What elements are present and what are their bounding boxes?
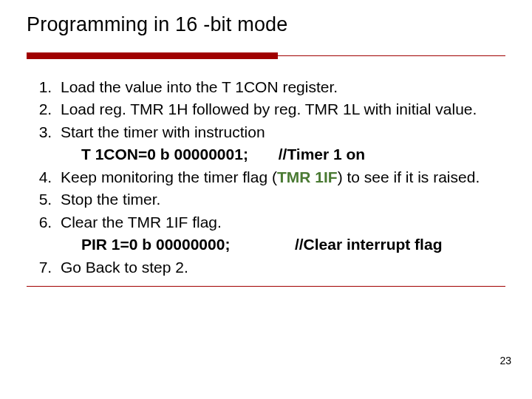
list-item: Stop the timer. — [56, 188, 501, 211]
slide: Programming in 16 -bit mode Load the val… — [0, 0, 532, 399]
code-line: PIR 1=0 b 00000000; //Clear interrupt fl… — [61, 233, 501, 256]
page-number: 23 — [499, 355, 511, 366]
step-text: Stop the timer. — [61, 191, 160, 208]
rule-thick — [27, 52, 278, 59]
bottom-rule — [27, 286, 505, 287]
step-text: Clear the TMR 1IF flag. — [61, 214, 222, 231]
step-text-b: ) to see if it is raised. — [338, 168, 480, 185]
code-text: PIR 1=0 b 00000000; — [81, 236, 230, 253]
flag-name: TMR 1IF — [277, 168, 338, 185]
step-text-a: Keep monitoring the timer flag ( — [61, 168, 277, 185]
steps-list: Load the value into the T 1CON register.… — [27, 76, 505, 279]
list-item: Clear the TMR 1IF flag. PIR 1=0 b 000000… — [56, 211, 501, 256]
step-text: Load the value into the T 1CON register. — [61, 78, 338, 95]
title-rule — [27, 52, 505, 60]
page-title: Programming in 16 -bit mode — [27, 13, 505, 36]
code-line: T 1CON=0 b 00000001; //Timer 1 on — [61, 143, 501, 166]
code-comment: //Timer 1 on — [279, 143, 365, 166]
list-item: Start the timer with instruction T 1CON=… — [56, 121, 501, 166]
code-comment: //Clear interrupt flag — [295, 233, 443, 256]
step-text: Load reg. TMR 1H followed by reg. TMR 1L… — [61, 100, 477, 117]
step-text: Start the timer with instruction — [61, 123, 265, 140]
list-item: Keep monitoring the timer flag (TMR 1IF)… — [56, 166, 501, 188]
list-item: Load reg. TMR 1H followed by reg. TMR 1L… — [56, 98, 501, 120]
list-item: Go Back to step 2. — [56, 256, 501, 279]
code-text: T 1CON=0 b 00000001; — [81, 146, 248, 163]
step-text: Go Back to step 2. — [61, 259, 188, 276]
list-item: Load the value into the T 1CON register. — [56, 76, 501, 98]
